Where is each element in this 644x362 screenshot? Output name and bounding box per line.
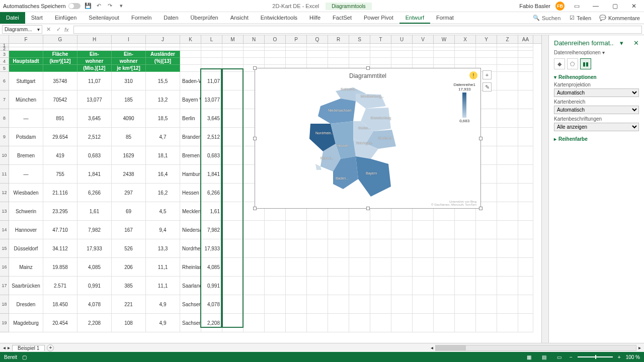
cell[interactable] [328, 295, 349, 314]
cell[interactable]: Rheinland [180, 258, 201, 277]
cell[interactable]: 0,683 [201, 146, 222, 165]
cell[interactable]: 85 [112, 128, 146, 146]
cell[interactable] [9, 51, 43, 58]
cell[interactable] [518, 258, 533, 277]
cell[interactable]: 29.654 [43, 128, 77, 146]
cell[interactable] [222, 165, 244, 184]
cell[interactable] [455, 239, 476, 258]
cell[interactable] [349, 58, 370, 65]
resize-handle[interactable] [366, 66, 370, 70]
cell[interactable]: Saarbrücken [9, 277, 43, 295]
cell[interactable] [391, 239, 413, 258]
cell[interactable]: Brandenb [180, 128, 201, 146]
cell[interactable] [222, 58, 244, 65]
zoom-out-icon[interactable]: − [570, 354, 573, 360]
cell[interactable] [391, 277, 413, 295]
cell[interactable] [222, 146, 244, 165]
cell[interactable]: 1,61 [201, 202, 222, 221]
cancel-formula-icon[interactable]: ✕ [44, 26, 52, 33]
tab-daten[interactable]: Daten [157, 12, 184, 24]
cell[interactable] [328, 239, 349, 258]
cell[interactable] [180, 65, 201, 72]
cell[interactable] [434, 295, 455, 314]
cell[interactable]: 0,991 [201, 277, 222, 295]
cell[interactable]: 17,933 [201, 239, 222, 258]
section-header[interactable]: Reihenoptionen [558, 74, 597, 80]
qat-more-icon[interactable]: ▾ [118, 3, 125, 10]
expand-icon[interactable]: ▸ [554, 136, 556, 142]
cell[interactable]: 1,841 [201, 165, 222, 184]
cell[interactable] [286, 314, 307, 332]
hscroll-right-icon[interactable]: ▸ [638, 345, 641, 350]
cell[interactable] [476, 51, 497, 58]
cell[interactable] [391, 47, 413, 51]
cell[interactable] [328, 44, 349, 47]
cell[interactable] [180, 47, 201, 51]
cell[interactable]: 526 [112, 239, 146, 258]
cell[interactable]: Hannover [9, 221, 43, 239]
cell[interactable] [222, 277, 244, 295]
cell[interactable] [349, 295, 370, 314]
cell[interactable] [518, 65, 533, 72]
cell[interactable] [307, 47, 328, 51]
pane-tab-fill[interactable]: ◆ [554, 58, 565, 69]
row-header[interactable]: 10 [0, 146, 9, 165]
cell[interactable] [391, 58, 413, 65]
cell[interactable] [112, 47, 146, 51]
cell[interactable]: 4,078 [201, 295, 222, 314]
cell[interactable]: 4090 [112, 109, 146, 128]
cell[interactable]: 13,3 [146, 239, 180, 258]
cell[interactable]: 20.454 [43, 314, 77, 332]
cell[interactable] [244, 314, 265, 332]
cell[interactable]: 47.710 [43, 221, 77, 239]
cell[interactable] [328, 221, 349, 239]
cell[interactable] [222, 44, 244, 47]
cell[interactable]: 21.116 [43, 184, 77, 202]
cell[interactable] [476, 295, 497, 314]
cell[interactable] [497, 109, 518, 128]
tab-start[interactable]: Start [25, 12, 49, 24]
cell[interactable]: 11,07 [77, 72, 112, 90]
cell[interactable] [518, 47, 533, 51]
cell[interactable]: 4,9 [146, 295, 180, 314]
cell[interactable] [434, 58, 455, 65]
col-header[interactable]: Q [307, 35, 328, 43]
cell[interactable] [265, 258, 286, 277]
row-header[interactable]: 4 [0, 58, 9, 65]
cell[interactable] [476, 44, 497, 47]
cell[interactable] [497, 295, 518, 314]
cell[interactable] [307, 277, 328, 295]
cell[interactable]: 18,1 [146, 146, 180, 165]
cell[interactable] [222, 314, 244, 332]
cell[interactable]: 7,982 [77, 221, 112, 239]
cell[interactable] [434, 239, 455, 258]
col-header[interactable]: I [112, 35, 146, 43]
cell[interactable]: Potsdam [9, 128, 43, 146]
view-pagebreak-icon[interactable]: ▭ [554, 353, 565, 360]
cell[interactable] [391, 295, 413, 314]
cell[interactable]: 16,2 [146, 184, 180, 202]
cell[interactable] [222, 184, 244, 202]
cell[interactable] [265, 314, 286, 332]
cell[interactable] [455, 58, 476, 65]
cell[interactable] [265, 221, 286, 239]
cell[interactable]: 6,266 [201, 184, 222, 202]
cell[interactable] [497, 65, 518, 72]
cell[interactable]: Dresden [9, 295, 43, 314]
cell[interactable]: Hamburg [180, 165, 201, 184]
cell[interactable]: 4,085 [201, 258, 222, 277]
cell[interactable]: Bayern W [180, 90, 201, 109]
cell[interactable]: München [9, 90, 43, 109]
cell[interactable] [244, 47, 265, 51]
cell[interactable] [286, 47, 307, 51]
cell[interactable]: 1629 [112, 146, 146, 165]
cell[interactable]: Baden-Wü [180, 72, 201, 90]
search-box[interactable]: 🔍 Suchen [528, 12, 566, 24]
cell[interactable]: 23.295 [43, 202, 77, 221]
cell[interactable] [413, 58, 434, 65]
cell[interactable] [434, 277, 455, 295]
cell[interactable]: 13,077 [77, 90, 112, 109]
cell[interactable] [518, 51, 533, 58]
cell[interactable]: 4,078 [77, 295, 112, 314]
row-header[interactable]: 6 [0, 72, 9, 90]
